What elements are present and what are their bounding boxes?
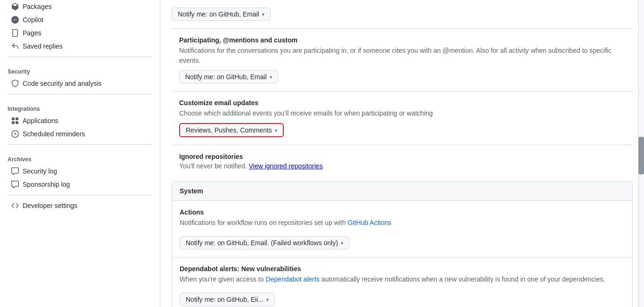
ignored-repos-section: Ignored repositories You'll never be not… (172, 145, 633, 177)
sidebar-item-saved-replies-label: Saved replies (23, 42, 63, 50)
participating-notify-label: Notify me: on GitHub, Email (185, 73, 267, 81)
sidebar-divider-2 (8, 94, 152, 94)
top-notify-arrow: ▾ (262, 12, 264, 17)
customize-email-label: Reviews, Pushes, Comments (186, 126, 272, 134)
dependabot-desc-middle: automatically receive notifications when… (320, 275, 605, 283)
ignored-repos-link[interactable]: View ignored repositories (249, 162, 323, 170)
sidebar-group-integrations: Integrations Applications Scheduled remi… (8, 98, 152, 141)
main-content: Notify me: on GitHub, Email ▾ Participat… (160, 0, 644, 307)
scrollbar-thumb[interactable] (638, 137, 644, 174)
sidebar-item-copilot[interactable]: Copilot (8, 13, 152, 26)
sidebar-item-saved-replies[interactable]: Saved replies (8, 40, 152, 53)
sidebar-group-misc: Packages Copilot Pages Saved replies (8, 0, 152, 53)
sidebar-item-applications-label: Applications (23, 117, 58, 124)
pages-icon (11, 29, 19, 37)
customize-title: Customize email updates (179, 99, 625, 107)
package-icon (11, 3, 19, 10)
top-notify-dropdown[interactable]: Notify me: on GitHub, Email ▾ (172, 8, 271, 21)
dependabot-notify-arrow: ▾ (266, 297, 269, 302)
participating-title: Participating, @mentions and custom (179, 36, 625, 44)
sidebar-section-archives: Archives (8, 149, 152, 165)
dependabot-notify-dropdown[interactable]: Notify me: on GitHub, Eii... ▾ (180, 293, 275, 306)
top-dropdown-wrapper: Notify me: on GitHub, Email ▾ (172, 0, 633, 28)
sidebar-item-applications[interactable]: Applications (8, 114, 152, 127)
sidebar: Packages Copilot Pages Saved replies Sec… (0, 0, 160, 307)
customize-email-dropdown[interactable]: Reviews, Pushes, Comments ▾ (179, 123, 284, 137)
actions-notify-label: Notify me: on GitHub, Email. (Failed wor… (186, 239, 338, 247)
actions-notify-dropdown[interactable]: Notify me: on GitHub, Email. (Failed wor… (180, 236, 349, 249)
sidebar-section-integrations: Integrations (8, 98, 152, 114)
participating-desc: Notifications for the conversations you … (179, 46, 625, 66)
grid-icon (11, 117, 19, 124)
customize-desc: Choose which additional events you'll re… (179, 108, 625, 118)
sidebar-item-developer-settings-label: Developer settings (23, 202, 77, 209)
scrollbar-track (638, 0, 644, 307)
clock-icon (11, 130, 19, 138)
sidebar-item-copilot-label: Copilot (23, 16, 43, 24)
sidebar-item-packages-label: Packages (23, 3, 51, 10)
ignored-repos-text: You'll never be notified. (179, 162, 247, 170)
sidebar-item-packages[interactable]: Packages (8, 0, 152, 13)
participating-notify-dropdown[interactable]: Notify me: on GitHub, Email ▾ (179, 70, 278, 83)
ignored-repos-desc: You'll never be notified. View ignored r… (179, 162, 625, 170)
sponsorship-log-icon (11, 181, 19, 188)
shield-icon (11, 80, 19, 87)
sidebar-divider-4 (8, 195, 152, 195)
customize-email-arrow: ▾ (275, 128, 277, 133)
copilot-icon (11, 16, 19, 24)
dependabot-section: Dependabot alerts: New vulnerabilities W… (172, 257, 632, 307)
sidebar-item-scheduled-reminders[interactable]: Scheduled reminders (8, 127, 152, 141)
sidebar-item-scheduled-reminders-label: Scheduled reminders (23, 130, 85, 138)
sidebar-group-security: Security Code security and analysis (8, 61, 152, 90)
sidebar-group-developer: Developer settings (8, 199, 152, 212)
log-icon (11, 167, 19, 175)
sidebar-item-pages[interactable]: Pages (8, 26, 152, 40)
system-card: System Actions Notifications for workflo… (172, 181, 633, 307)
participating-section: Participating, @mentions and custom Noti… (172, 29, 633, 91)
actions-title: Actions (180, 208, 625, 216)
ignored-repos-title: Ignored repositories (179, 153, 625, 160)
actions-section: Actions Notifications for workflow runs … (172, 201, 632, 257)
participating-notify-arrow: ▾ (270, 75, 272, 80)
sidebar-divider-1 (8, 57, 152, 57)
dependabot-notify-label: Notify me: on GitHub, Eii... (186, 296, 264, 303)
code-icon (11, 202, 19, 209)
sidebar-group-archives: Archives Security log Sponsorship log (8, 149, 152, 191)
sidebar-item-pages-label: Pages (23, 29, 41, 37)
customize-section: Customize email updates Choose which add… (172, 91, 633, 145)
dependabot-desc: When you're given access to Dependabot a… (180, 274, 625, 284)
dependabot-title: Dependabot alerts: New vulnerabilities (180, 265, 625, 273)
dependabot-link[interactable]: Dependabot alerts (265, 275, 319, 283)
sidebar-item-security-log[interactable]: Security log (8, 165, 152, 178)
actions-desc: Notifications for workflow runs on repos… (180, 218, 625, 228)
actions-desc-start: Notifications for workflow runs on repos… (180, 219, 347, 226)
github-actions-link[interactable]: GitHub Actions (347, 219, 391, 226)
actions-notify-arrow: ▾ (341, 241, 343, 246)
sidebar-item-code-security[interactable]: Code security and analysis (8, 77, 152, 90)
sidebar-item-sponsorship-log-label: Sponsorship log (23, 181, 70, 188)
sidebar-item-security-log-label: Security log (23, 167, 57, 175)
sidebar-item-code-security-label: Code security and analysis (23, 80, 101, 87)
sidebar-section-security: Security (8, 61, 152, 77)
sidebar-item-sponsorship-log[interactable]: Sponsorship log (8, 178, 152, 191)
sidebar-divider-3 (8, 144, 152, 145)
sidebar-item-developer-settings[interactable]: Developer settings (8, 199, 152, 212)
system-card-header: System (172, 182, 632, 201)
dependabot-desc-start: When you're given access to (180, 275, 265, 283)
reply-icon (11, 42, 19, 50)
top-notify-label: Notify me: on GitHub, Email (178, 10, 259, 18)
